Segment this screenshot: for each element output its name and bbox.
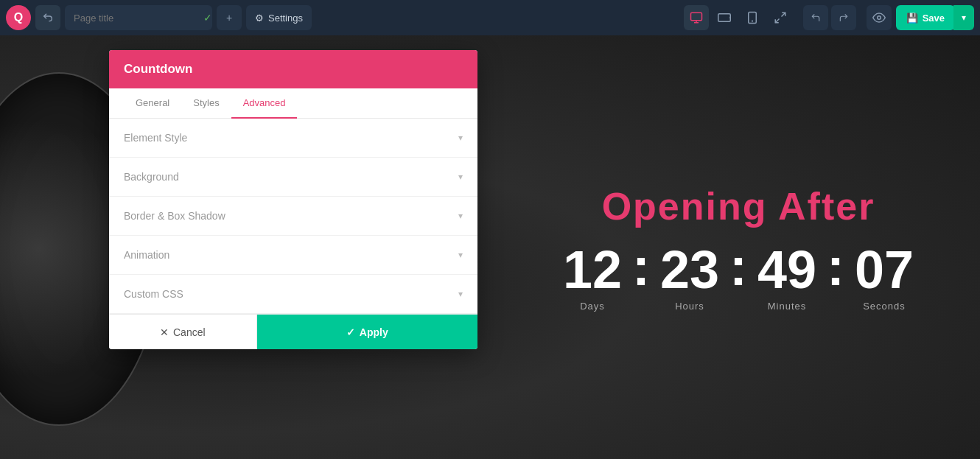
back-button[interactable] xyxy=(35,5,60,30)
gear-icon: ⚙ xyxy=(255,13,264,24)
fullscreen-device-button[interactable] xyxy=(768,5,793,30)
undo-button[interactable] xyxy=(803,5,828,30)
logo[interactable]: Q xyxy=(6,5,31,30)
accordion-custom-css-label: Custom CSS xyxy=(124,288,183,300)
colon-2: : xyxy=(727,239,750,292)
accordion-background-chevron: ▾ xyxy=(458,172,463,182)
accordion-element-style-label: Element Style xyxy=(124,132,187,144)
device-switcher xyxy=(684,5,793,30)
countdown-settings-panel: Countdown General Styles Advanced Elemen… xyxy=(109,50,477,349)
accordion-background: Background ▾ xyxy=(109,158,477,197)
accordion-element-style: Element Style ▾ xyxy=(109,119,477,158)
title-check-icon: ✓ xyxy=(203,12,212,24)
apply-button[interactable]: ✓ Apply xyxy=(257,315,477,349)
panel-footer: ✕ Cancel ✓ Apply xyxy=(109,314,477,349)
countdown-timer: 12 Days : 23 Hours : 49 Minutes : 07 Sec… xyxy=(556,242,921,311)
cancel-button[interactable]: ✕ Cancel xyxy=(109,315,257,349)
tab-styles[interactable]: Styles xyxy=(181,88,231,119)
days-label: Days xyxy=(556,300,629,311)
accordion-animation: Animation ▾ xyxy=(109,236,477,275)
preview-button[interactable] xyxy=(867,5,892,30)
save-button[interactable]: 💾 Save xyxy=(896,5,955,30)
save-dropdown-button[interactable]: ▾ xyxy=(953,5,974,30)
save-chevron-icon: ▾ xyxy=(962,13,966,23)
accordion-border-box-shadow-header[interactable]: Border & Box Shadow ▾ xyxy=(109,197,477,235)
countdown-widget: Opening After 12 Days : 23 Hours : 49 Mi… xyxy=(556,183,921,311)
hours-value: 23 xyxy=(653,242,727,295)
tab-general[interactable]: General xyxy=(124,88,181,119)
save-button-group: 💾 Save ▾ xyxy=(896,5,974,30)
minutes-unit: 49 Minutes xyxy=(750,242,824,311)
panel-body[interactable]: Element Style ▾ Background ▾ Border & Bo… xyxy=(109,119,477,314)
accordion-border-box-shadow: Border & Box Shadow ▾ xyxy=(109,197,477,236)
svg-point-9 xyxy=(877,16,881,20)
tablet-landscape-device-button[interactable] xyxy=(712,5,737,30)
tablet-device-button[interactable] xyxy=(740,5,765,30)
accordion-animation-chevron: ▾ xyxy=(458,250,463,260)
accordion-background-label: Background xyxy=(124,171,179,183)
panel-header: Countdown xyxy=(109,50,477,88)
colon-1: : xyxy=(629,239,653,292)
accordion-border-box-shadow-chevron: ▾ xyxy=(458,211,463,221)
settings-button[interactable]: ⚙ Settings xyxy=(246,5,312,30)
svg-rect-0 xyxy=(690,13,701,21)
add-page-button[interactable]: + xyxy=(217,5,242,30)
svg-line-7 xyxy=(781,13,785,16)
canvas-area: Opening After 12 Days : 23 Hours : 49 Mi… xyxy=(0,35,980,459)
hours-unit: 23 Hours xyxy=(653,242,727,311)
tab-advanced[interactable]: Advanced xyxy=(231,88,298,119)
topbar: Q ✓ ▾ + ⚙ Settings xyxy=(0,0,980,35)
redo-button[interactable] xyxy=(831,5,856,30)
apply-label: Apply xyxy=(360,326,388,338)
cancel-label: Cancel xyxy=(173,326,206,338)
accordion-custom-css: Custom CSS ▾ xyxy=(109,275,477,314)
panel-tabs: General Styles Advanced xyxy=(109,88,477,119)
seconds-label: Seconds xyxy=(847,300,921,311)
accordion-custom-css-chevron: ▾ xyxy=(458,289,463,299)
minutes-label: Minutes xyxy=(750,300,824,311)
minutes-value: 49 xyxy=(750,242,824,295)
hours-label: Hours xyxy=(653,300,727,311)
days-value: 12 xyxy=(556,242,629,295)
accordion-element-style-chevron: ▾ xyxy=(458,133,463,143)
accordion-element-style-header[interactable]: Element Style ▾ xyxy=(109,119,477,157)
accordion-border-box-shadow-label: Border & Box Shadow xyxy=(124,210,225,222)
save-icon: 💾 xyxy=(906,13,918,24)
cancel-x-icon: ✕ xyxy=(160,326,169,338)
days-unit: 12 Days xyxy=(556,242,629,311)
seconds-unit: 07 Seconds xyxy=(847,242,921,311)
countdown-title: Opening After xyxy=(556,183,921,228)
history-nav xyxy=(803,5,856,30)
colon-3: : xyxy=(824,239,847,292)
svg-rect-3 xyxy=(718,14,730,22)
accordion-animation-header[interactable]: Animation ▾ xyxy=(109,236,477,274)
accordion-animation-label: Animation xyxy=(124,249,169,261)
panel-title: Countdown xyxy=(124,62,192,76)
accordion-custom-css-header[interactable]: Custom CSS ▾ xyxy=(109,275,477,313)
seconds-value: 07 xyxy=(847,242,921,295)
accordion-background-header[interactable]: Background ▾ xyxy=(109,158,477,196)
apply-check-icon: ✓ xyxy=(346,326,355,338)
page-title-input[interactable] xyxy=(74,13,197,24)
page-title-field[interactable]: ✓ ▾ xyxy=(65,5,212,30)
svg-line-8 xyxy=(775,19,779,23)
desktop-device-button[interactable] xyxy=(684,5,709,30)
